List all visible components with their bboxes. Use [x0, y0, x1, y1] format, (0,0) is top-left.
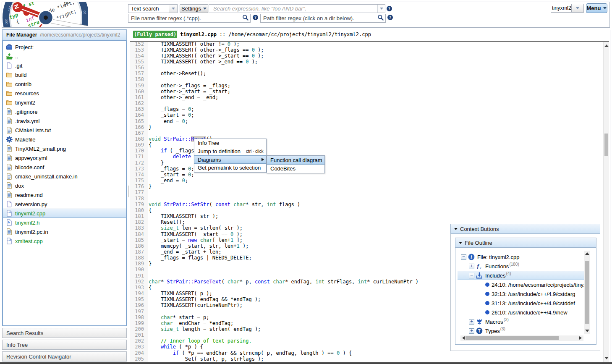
code-line[interactable]: 160 other->_start = _start;: [130, 89, 603, 94]
code-line[interactable]: 197: [130, 309, 603, 314]
code-line[interactable]: 154 TIXMLASSERT( other->_start == 0 );: [130, 53, 603, 59]
file-tree-item[interactable]: appveyor.yml: [3, 153, 126, 162]
file-tree-item[interactable]: Project:: [3, 42, 126, 52]
code-editor[interactable]: 152 TIXMLASSERT( other != 0 );153 TIXMLA…: [130, 41, 603, 362]
context-menu-item[interactable]: Diagrams: [194, 155, 266, 164]
file-tree-item[interactable]: .gitignore: [3, 107, 126, 116]
file-tree-item[interactable]: c++tinyxml2.cpp: [3, 209, 126, 218]
file-tree-item[interactable]: readme.md: [3, 190, 126, 199]
code-line[interactable]: 191: [130, 273, 603, 279]
file-tree-item[interactable]: contrib: [3, 79, 126, 89]
file-tree-item[interactable]: Makefile: [3, 135, 126, 144]
code-line[interactable]: 195 TIXMLASSERT( endTag && *endTag );: [130, 296, 603, 302]
file-tree-item[interactable]: .travis.yml: [3, 116, 126, 126]
file-tree-item[interactable]: ..: [3, 52, 126, 61]
context-submenu-item[interactable]: Function call diagram: [267, 156, 324, 165]
code-line[interactable]: 181 TIXMLASSERT( str );: [130, 213, 603, 219]
context-menu-item[interactable]: Jump to definitionctrl - click: [194, 147, 266, 156]
file-tree-item[interactable]: CMakeLists.txt: [3, 126, 126, 135]
search-history-dropdown-button[interactable]: [377, 5, 385, 13]
file-filter-input[interactable]: File name filter regex (.*cpp).: [128, 14, 251, 23]
code-line[interactable]: 180{: [130, 207, 603, 213]
code-line[interactable]: 188 _flags = flags | NEEDS_DELETE;: [130, 255, 603, 261]
code-line[interactable]: 205 Set( start, p, strFlags );: [130, 356, 603, 362]
project-select[interactable]: tinyxml2: [551, 4, 572, 13]
code-line[interactable]: 155 TIXMLASSERT( other->_end == 0 );: [130, 59, 603, 65]
code-line[interactable]: 167: [130, 130, 603, 136]
code-line[interactable]: 203 while ( *p ) {: [130, 344, 603, 350]
code-line[interactable]: 153 TIXMLASSERT( other->_flags == 0 );: [130, 47, 603, 53]
file-tree-item[interactable]: .git: [3, 61, 126, 70]
file-tree-item[interactable]: resources: [3, 89, 126, 98]
file-tree-item[interactable]: cmake_uninstall.cmake.in: [3, 172, 126, 181]
code-vertical-scrollbar[interactable]: [603, 42, 609, 362]
file-tree-item[interactable]: build: [3, 70, 126, 79]
code-line[interactable]: 200 size_t length = strlen( endTag );: [130, 326, 603, 332]
path-filter-help-icon[interactable]: ?: [387, 15, 393, 20]
code-line[interactable]: 175 _end = 0;: [130, 178, 603, 183]
context-menu-item[interactable]: Info Tree: [194, 139, 266, 147]
project-dropdown-button[interactable]: [572, 4, 584, 13]
file-tree-item[interactable]: tinyxml2: [3, 98, 126, 107]
code-line[interactable]: 193{: [130, 285, 603, 291]
file-tree-item[interactable]: biicode.conf: [3, 162, 126, 172]
scrollbar-thumb[interactable]: [604, 134, 608, 156]
context-submenu-item[interactable]: CodeBites: [267, 165, 324, 173]
code-line[interactable]: 165 _end = 0;: [130, 118, 603, 124]
code-line[interactable]: 198 char* start = p;: [130, 314, 603, 320]
file-filter-help-icon[interactable]: ?: [253, 15, 258, 20]
code-line[interactable]: 159 other->_flags = _flags;: [130, 83, 603, 89]
code-line[interactable]: 161 other->_end = _end;: [130, 94, 603, 100]
file-tree-item[interactable]: tinyxml2.pc.in: [3, 227, 126, 236]
scroll-up-arrow-icon[interactable]: [604, 45, 609, 47]
search-icon[interactable]: [377, 14, 384, 23]
search-icon[interactable]: [242, 14, 249, 23]
settings-button[interactable]: Settings: [180, 4, 208, 13]
code-line[interactable]: 189}: [130, 261, 603, 267]
code-line[interactable]: 176}: [130, 183, 603, 189]
panel-info-tree[interactable]: Info Tree: [2, 340, 127, 350]
panel-revision-control-navigator[interactable]: Revision Control Navigator: [2, 351, 127, 361]
code-line[interactable]: 202 // Inner loop of text parsing.: [130, 338, 603, 344]
code-line[interactable]: 164 _start = 0;: [130, 112, 603, 118]
code-line[interactable]: 163 _flags = 0;: [130, 106, 603, 112]
code-line[interactable]: 178: [130, 196, 603, 202]
scroll-down-arrow-icon[interactable]: [604, 357, 609, 359]
splitter-handle[interactable]: [128, 186, 129, 197]
context-menu-item[interactable]: Get permalink to selection: [194, 164, 266, 172]
search-help-icon[interactable]: ?: [387, 6, 392, 11]
file-tree-item[interactable]: c++xmltest.cpp: [3, 236, 126, 246]
code-line[interactable]: 204 if ( *p == endChar && strncmp( p, en…: [130, 350, 603, 356]
code-line[interactable]: 166}: [130, 124, 603, 130]
code-line[interactable]: 179void StrPair::SetStr( const char* str…: [130, 202, 603, 207]
file-tree-item[interactable]: setversion.py: [3, 199, 126, 209]
code-line[interactable]: 158: [130, 76, 603, 82]
menu-button[interactable]: Menu: [586, 3, 607, 13]
code-line[interactable]: 177: [130, 189, 603, 195]
file-tree-item[interactable]: dox: [3, 181, 126, 190]
search-expression-input[interactable]: Search expression, like "foo AND bar".: [209, 4, 385, 13]
search-type-dropdown-button[interactable]: [169, 4, 178, 13]
code-line[interactable]: 201: [130, 332, 603, 338]
code-line[interactable]: 187 _end = _start + len;: [130, 249, 603, 255]
code-line[interactable]: 184 TIXMLASSERT( _start == 0 );: [130, 231, 603, 237]
file-tree-item[interactable]: TinyXML2_small.png: [3, 144, 126, 153]
path-filter-input[interactable]: Path filter regex (click on a dir below)…: [260, 14, 386, 23]
panel-search-results[interactable]: Search Results: [2, 328, 127, 338]
code-line[interactable]: 196 TIXMLASSERT(curLineNumPtr);: [130, 302, 603, 308]
code-line[interactable]: 192char* StrPair::ParseText( char* p, co…: [130, 279, 603, 285]
search-type-select[interactable]: Text search: [128, 4, 169, 13]
code-line[interactable]: 174 _start = 0;: [130, 172, 603, 178]
code-line[interactable]: 185 _start = new char[ len+1 ];: [130, 237, 603, 243]
code-line[interactable]: 190: [130, 267, 603, 272]
code-line[interactable]: 199 char endChar = *endTag;: [130, 320, 603, 326]
code-line[interactable]: 157 other->Reset();: [130, 71, 603, 76]
code-line[interactable]: 182 Reset();: [130, 219, 603, 225]
code-line[interactable]: 194 TIXMLASSERT( p );: [130, 291, 603, 296]
code-line[interactable]: 186 memcpy( _start, str, len+1 );: [130, 243, 603, 249]
window-bottom-scrollbar[interactable]: [0, 362, 612, 364]
file-tree-item[interactable]: htinyxml2.h: [3, 218, 126, 227]
code-line[interactable]: 162: [130, 100, 603, 106]
code-line[interactable]: 156: [130, 65, 603, 71]
file-manager-header[interactable]: File Manager /home/ecsomar/cc/projects/t…: [2, 29, 127, 40]
